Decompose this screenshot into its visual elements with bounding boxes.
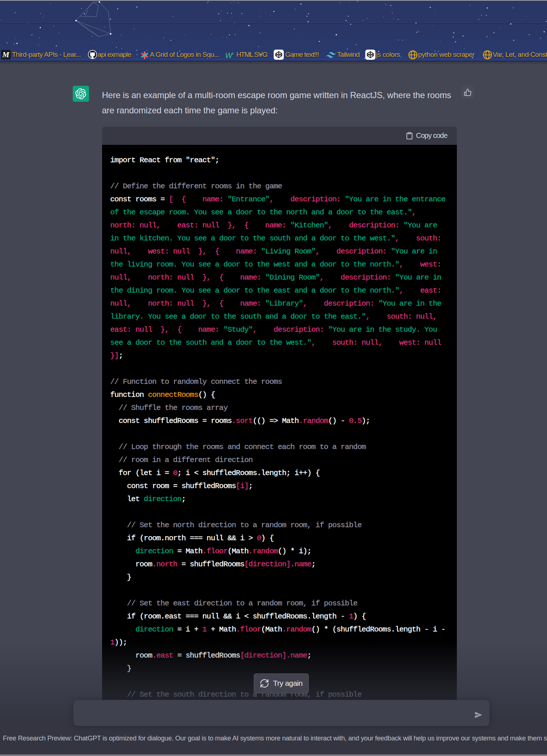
svg-text:3: 3	[232, 52, 233, 55]
